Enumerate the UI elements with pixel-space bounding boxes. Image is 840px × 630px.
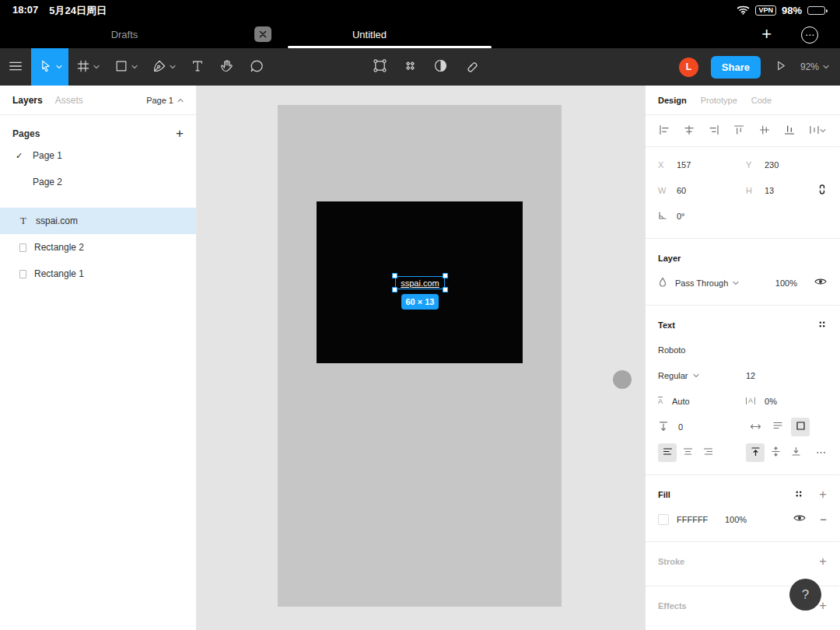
- tab-code[interactable]: Code: [751, 96, 772, 105]
- tab-prototype[interactable]: Prototype: [701, 96, 737, 105]
- selection-handle-top-left[interactable]: [392, 273, 397, 278]
- text-more-options-button[interactable]: ⋯: [816, 446, 827, 458]
- vertical-align-bottom-button[interactable]: [786, 443, 805, 462]
- frame-tool-button[interactable]: [68, 48, 107, 86]
- link-button[interactable]: [463, 58, 479, 76]
- align-horizontal-center-button[interactable]: [684, 124, 695, 138]
- canvas-black-rectangle[interactable]: sspai.com 60 × 13: [317, 201, 523, 363]
- fill-hex-field[interactable]: FFFFFF: [677, 515, 725, 524]
- font-family-dropdown[interactable]: Roboto: [658, 345, 685, 355]
- link-icon: [463, 58, 479, 76]
- page-item-label: Page 2: [33, 177, 62, 187]
- component-icon: [402, 58, 418, 76]
- add-page-button[interactable]: +: [176, 128, 184, 139]
- help-button[interactable]: ?: [789, 579, 821, 611]
- mask-button[interactable]: [432, 58, 449, 76]
- constrain-proportions-button[interactable]: [817, 184, 827, 198]
- align-right-button[interactable]: [709, 124, 719, 138]
- date: 5月24日周日: [49, 4, 107, 18]
- distribute-dropdown-button[interactable]: [809, 124, 826, 138]
- comment-tool-button[interactable]: [242, 48, 271, 86]
- align-bottom-button[interactable]: [784, 124, 795, 138]
- text-styles-button[interactable]: [817, 320, 827, 331]
- close-tab-button[interactable]: [254, 26, 271, 42]
- canvas-gray-dot[interactable]: [613, 370, 632, 389]
- x-value-field[interactable]: 157: [677, 160, 691, 170]
- text-tool-button[interactable]: [183, 48, 212, 86]
- avatar[interactable]: L: [679, 58, 698, 77]
- create-component-button[interactable]: [402, 58, 418, 76]
- status-bar: 18:07 5月24日周日 VPN 98%: [0, 0, 840, 21]
- text-align-right-button[interactable]: [698, 443, 717, 462]
- more-menu-button[interactable]: ⋯: [801, 26, 818, 44]
- selection-handle-top-right[interactable]: [443, 273, 448, 278]
- layer-visibility-button[interactable]: [814, 277, 827, 289]
- rotation-value-field[interactable]: 0°: [677, 212, 685, 221]
- layer-item-text[interactable]: T sspai.com: [0, 208, 196, 234]
- font-weight-dropdown[interactable]: Regular: [658, 371, 699, 380]
- fill-section-header: Fill: [658, 490, 670, 499]
- align-top-button[interactable]: [733, 124, 744, 138]
- share-button[interactable]: Share: [711, 56, 761, 79]
- tab-drafts[interactable]: Drafts: [86, 21, 163, 48]
- add-stroke-button[interactable]: +: [819, 554, 827, 569]
- fill-visibility-button[interactable]: [793, 513, 806, 525]
- zoom-level-dropdown[interactable]: 92%: [800, 61, 829, 72]
- present-button[interactable]: [773, 58, 788, 75]
- fill-color-swatch[interactable]: [658, 514, 669, 525]
- shape-tool-button[interactable]: [107, 48, 145, 86]
- line-height-field[interactable]: Auto: [672, 397, 690, 406]
- fill-opacity-field[interactable]: 100%: [725, 515, 747, 524]
- remove-fill-button[interactable]: −: [820, 513, 827, 526]
- paragraph-spacing-field[interactable]: 0: [678, 422, 683, 432]
- page-selector-dropdown[interactable]: Page 1: [146, 96, 184, 105]
- vertical-align-top-button[interactable]: [746, 443, 765, 462]
- width-value-field[interactable]: 60: [677, 186, 686, 195]
- tab-assets[interactable]: Assets: [55, 95, 83, 106]
- layer-opacity-field[interactable]: 100%: [775, 278, 797, 288]
- auto-height-button[interactable]: [768, 418, 787, 436]
- align-left-button[interactable]: [659, 124, 670, 138]
- auto-height-icon: [772, 421, 783, 432]
- fixed-size-button[interactable]: [791, 418, 810, 436]
- move-tool-button[interactable]: [31, 48, 68, 86]
- align-vertical-center-button[interactable]: [759, 124, 770, 138]
- add-fill-button[interactable]: +: [819, 487, 827, 502]
- y-value-field[interactable]: 230: [765, 160, 779, 170]
- align-right-icon: [709, 124, 719, 138]
- edit-object-button[interactable]: [372, 58, 388, 76]
- hand-tool-button[interactable]: [212, 48, 242, 86]
- letter-spacing-field[interactable]: 0%: [765, 397, 777, 406]
- selection-handle-bottom-right[interactable]: [443, 287, 448, 292]
- auto-width-button[interactable]: [746, 418, 765, 436]
- font-size-field[interactable]: 12: [746, 371, 755, 380]
- vertical-align-top-icon: [751, 446, 761, 459]
- tab-untitled[interactable]: Untitled: [296, 21, 443, 48]
- layer-item-rectangle-2[interactable]: Rectangle 2: [0, 234, 196, 261]
- page-item-1[interactable]: ✓ Page 1: [0, 142, 196, 169]
- layer-item-label: sspai.com: [36, 215, 78, 226]
- tab-design[interactable]: Design: [658, 96, 687, 105]
- pen-tool-button[interactable]: [145, 48, 183, 86]
- height-label: H: [746, 186, 755, 195]
- selection-handle-bottom-left[interactable]: [392, 287, 397, 292]
- vertical-align-middle-button[interactable]: [766, 443, 785, 462]
- tab-layers[interactable]: Layers: [12, 95, 43, 106]
- text-align-right-icon: [703, 446, 713, 459]
- layer-item-rectangle-1[interactable]: Rectangle 1: [0, 261, 196, 287]
- canvas[interactable]: sspai.com 60 × 13: [197, 86, 645, 630]
- fill-styles-button[interactable]: [794, 489, 803, 501]
- text-align-left-button[interactable]: [658, 443, 677, 462]
- font-family-value: Roboto: [658, 345, 685, 355]
- blend-mode-dropdown[interactable]: Pass Through: [675, 278, 739, 288]
- selected-text-object[interactable]: sspai.com: [401, 278, 439, 288]
- text-align-center-button[interactable]: [678, 443, 697, 462]
- new-tab-button[interactable]: +: [761, 21, 772, 47]
- selection-box[interactable]: sspai.com: [395, 276, 445, 289]
- align-horizontal-center-icon: [684, 124, 695, 138]
- page-item-label: Page 1: [33, 150, 62, 161]
- page-item-2[interactable]: Page 2: [0, 169, 196, 195]
- height-value-field[interactable]: 13: [765, 186, 774, 195]
- main-menu-button[interactable]: [0, 48, 31, 86]
- paragraph-spacing-icon: [658, 421, 669, 433]
